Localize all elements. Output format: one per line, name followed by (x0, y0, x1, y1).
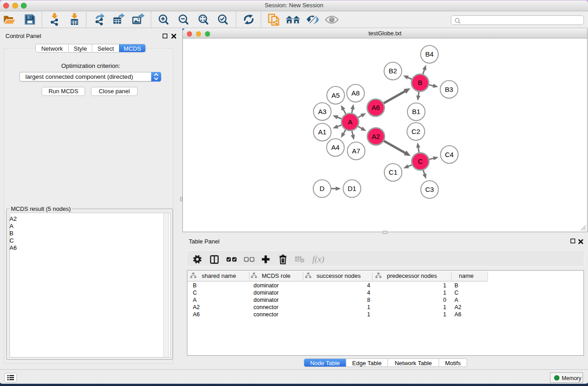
svg-text:B3: B3 (445, 86, 453, 93)
svg-text:A5: A5 (331, 91, 339, 99)
svg-text:A8: A8 (351, 89, 359, 97)
svg-text:A2: A2 (372, 133, 380, 140)
svg-text:A7: A7 (352, 147, 360, 155)
svg-text:D: D (320, 185, 325, 192)
svg-text:B2: B2 (389, 67, 397, 75)
svg-text:A: A (348, 118, 352, 126)
svg-text:C3: C3 (425, 186, 434, 193)
svg-text:D1: D1 (348, 185, 356, 192)
svg-text:A4: A4 (331, 143, 339, 151)
svg-text:C4: C4 (445, 151, 454, 158)
svg-text:C: C (418, 157, 423, 165)
svg-text:A3: A3 (318, 108, 326, 115)
svg-text:B: B (418, 79, 422, 86)
svg-text:A1: A1 (318, 128, 326, 136)
svg-text:B4: B4 (425, 50, 434, 58)
svg-text:B1: B1 (412, 108, 420, 115)
svg-text:A6: A6 (372, 104, 380, 111)
svg-text:C2: C2 (411, 128, 420, 135)
svg-text:C1: C1 (389, 168, 397, 176)
